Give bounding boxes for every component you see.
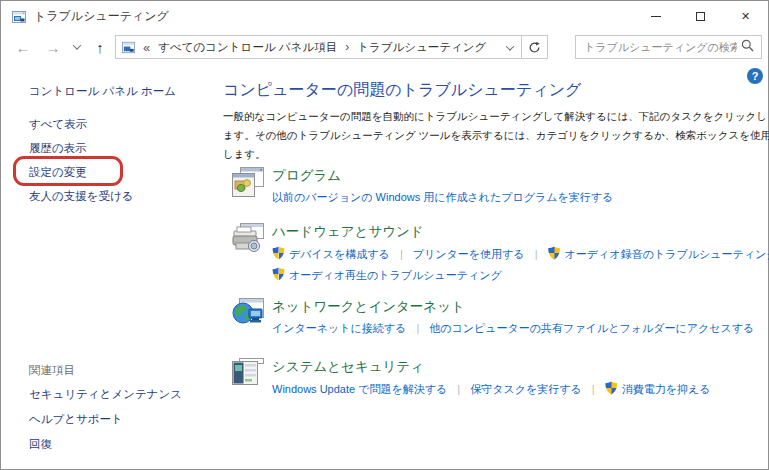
task-link-run-maintenance[interactable]: 保守タスクを実行する [470, 383, 582, 395]
sidebar-item-view-history[interactable]: 履歴の表示 [29, 141, 87, 156]
minimize-button[interactable] [633, 1, 678, 32]
recent-pages-dropdown[interactable] [68, 32, 86, 62]
back-button[interactable]: ← [10, 32, 36, 62]
category-title-network-internet[interactable]: ネットワークとインターネット [272, 298, 754, 316]
maximize-icon [696, 12, 705, 21]
task-link-reduce-power[interactable]: 消費電力を抑える [622, 383, 711, 395]
troubleshooting-app-icon [11, 9, 27, 25]
address-bar[interactable]: « すべてのコントロール パネル項目 › トラブルシューティング [115, 35, 522, 59]
task-link-audio-recording[interactable]: オーディオ録音のトラブルシューティング [565, 248, 769, 260]
task-link-access-shared-files[interactable]: 他のコンピューターの共有ファイルとフォルダーにアクセスする [429, 322, 754, 334]
sidebar-item-get-help-from-friend[interactable]: 友人の支援を受ける [29, 189, 134, 204]
title-bar: トラブルシューティング ✕ [1, 1, 768, 32]
uac-shield-icon [272, 246, 285, 260]
window-controls: ✕ [633, 1, 768, 32]
window-title: トラブルシューティング [34, 8, 169, 25]
minimize-icon [651, 16, 661, 17]
link-separator: | [535, 248, 538, 260]
link-separator: | [457, 383, 460, 395]
forward-button[interactable]: → [40, 32, 66, 62]
category-title-hardware-sound[interactable]: ハードウェアとサウンド [272, 223, 769, 241]
sidebar-item-view-all[interactable]: すべて表示 [29, 117, 87, 132]
refresh-button[interactable] [521, 35, 548, 59]
sidebar-item-help-support[interactable]: ヘルプとサポート [29, 412, 123, 427]
breadcrumb-collapse-chevrons[interactable]: « [143, 40, 150, 55]
search-input[interactable] [576, 41, 741, 53]
address-location-icon [121, 40, 136, 55]
category-programs: プログラム 以前のバージョンの Windows 用に作成されたプログラムを実行す… [231, 166, 613, 205]
link-separator: | [592, 383, 595, 395]
sidebar-item-change-settings[interactable]: 設定の変更 [29, 165, 87, 180]
search-icon[interactable] [741, 38, 754, 56]
task-link-connect-internet[interactable]: インターネットに接続する [272, 322, 406, 334]
program-window-icon[interactable] [231, 166, 265, 198]
category-system-security: システムとセキュリティ Windows Update で問題を解決する | 保守… [231, 357, 711, 397]
sidebar-related-header: 関連項目 [29, 363, 75, 378]
help-icon[interactable]: ? [747, 68, 763, 84]
maximize-button[interactable] [678, 1, 723, 32]
task-link-windows-update-fix[interactable]: Windows Update で問題を解決する [272, 383, 447, 395]
up-button[interactable]: ↑ [88, 32, 112, 62]
category-title-system-security[interactable]: システムとセキュリティ [272, 358, 711, 376]
address-dropdown[interactable] [507, 41, 513, 53]
task-link-run-older-programs[interactable]: 以前のバージョンの Windows 用に作成されたプログラムを実行する [272, 191, 613, 203]
link-separator: | [416, 322, 419, 334]
control-panel-window: トラブルシューティング ✕ ← → ↑ « すべてのコントロール パネル項目 › [0, 0, 769, 470]
task-link-configure-device[interactable]: デバイスを構成する [289, 248, 390, 260]
uac-shield-icon [548, 246, 561, 260]
search-box [575, 35, 762, 59]
sidebar-item-recovery[interactable]: 回復 [29, 437, 52, 452]
breadcrumb-troubleshooting[interactable]: トラブルシューティング [357, 40, 486, 55]
network-globe-icon[interactable] [231, 297, 265, 329]
link-separator: | [400, 248, 403, 260]
printer-icon[interactable] [231, 222, 265, 254]
category-hardware-sound: ハードウェアとサウンド デバイスを構成する | プリンターを使用する | オーデ… [231, 222, 769, 283]
system-monitor-icon[interactable] [231, 357, 265, 389]
close-button[interactable]: ✕ [723, 1, 768, 32]
breadcrumb-separator: › [345, 40, 349, 54]
category-network-internet: ネットワークとインターネット インターネットに接続する | 他のコンピューターの… [231, 297, 754, 336]
chevron-down-icon [73, 41, 81, 49]
navigation-bar: ← → ↑ « すべてのコントロール パネル項目 › トラブルシューティング [2, 32, 767, 62]
task-link-use-printer[interactable]: プリンターを使用する [413, 248, 525, 260]
sidebar-item-security-maintenance[interactable]: セキュリティとメンテナンス [29, 387, 182, 402]
uac-shield-icon [272, 267, 285, 281]
uac-shield-icon [605, 381, 618, 395]
sidebar-item-control-panel-home[interactable]: コントロール パネル ホーム [29, 84, 176, 99]
close-icon: ✕ [741, 11, 750, 22]
task-link-audio-playback[interactable]: オーディオ再生のトラブルシューティング [289, 269, 502, 281]
category-title-programs[interactable]: プログラム [272, 167, 613, 185]
refresh-icon [528, 41, 541, 54]
breadcrumb-all-control-panel-items[interactable]: すべてのコントロール パネル項目 [158, 40, 337, 55]
chevron-down-icon [506, 42, 514, 50]
page-title: コンピューターの問題のトラブルシューティング [223, 80, 581, 101]
page-description: 一般的なコンピューターの問題を自動的にトラブルシューティングして解決するには、下… [223, 107, 769, 164]
